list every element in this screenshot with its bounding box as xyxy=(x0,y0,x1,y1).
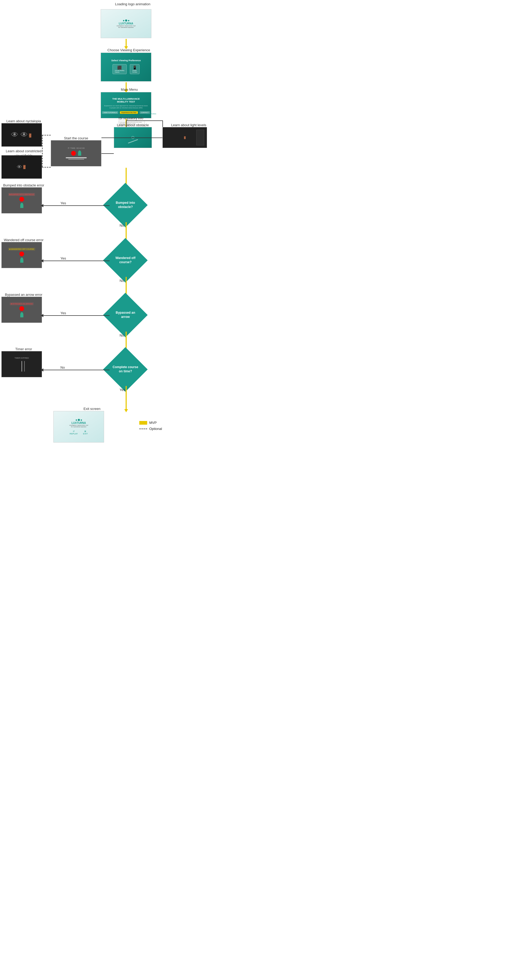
bypassed-yes-arrow xyxy=(43,315,110,316)
legend-mvp-color xyxy=(139,421,147,425)
complete-no-arrow xyxy=(43,370,110,370)
bypassed-yes-label: Yes xyxy=(60,311,66,315)
constricted-screen: 👁 🚪 xyxy=(1,155,42,179)
isi-connector-v xyxy=(126,121,127,127)
legend-optional: Optional xyxy=(139,427,162,431)
legend-optional-label: Optional xyxy=(149,427,162,431)
wandered-diamond: Wandered off course? xyxy=(103,238,148,283)
bumped-diamond-label: Bumped into obstacle? xyxy=(111,201,140,209)
dashed-to-constricted xyxy=(42,167,51,167)
dashed-v-left xyxy=(42,135,43,167)
complete-diamond-label: Complete course on time? xyxy=(111,365,140,373)
lightlevels-label: Learn about light levels xyxy=(162,123,215,127)
wandered-yes-arrow xyxy=(43,261,110,261)
bumped-no-label: No xyxy=(119,223,124,228)
obstacle-label: Learn about obstacle xyxy=(114,123,152,127)
timer-error-screen: TIMER EXPIRED xyxy=(1,351,42,377)
choose-screen: Select Viewing Preference ⬛ Virtual Real… xyxy=(101,52,151,81)
legend-mvp-label: MVP xyxy=(149,421,157,425)
isi-label: ISI regulatory info xyxy=(119,116,143,120)
flowchart: Loading logo animation LUXTURNA voretige… xyxy=(0,0,508,980)
isi-connector-v2 xyxy=(162,121,163,127)
bumped-diamond: Bumped into obstacle? xyxy=(103,183,148,228)
wandered-diamond-label: Wandered off course? xyxy=(111,256,140,264)
bypassed-error-label: Bypassed an arrow error xyxy=(1,293,46,297)
isi-connector-h xyxy=(126,121,162,121)
choose-label: Choose Viewing Experience xyxy=(97,48,160,52)
bypassed-error-screen: ■ BYPASSED AN ARROW xyxy=(1,297,42,323)
complete-diamond: Complete course on time? xyxy=(103,347,148,392)
wandered-no-label: No xyxy=(119,279,124,283)
wandered-error-screen: ■ WANDERED OFF COURSE xyxy=(1,242,42,268)
bumped-yes-arrow xyxy=(43,205,110,206)
arrow-loading-to-choose xyxy=(125,39,127,47)
dashed-to-nyctalopia xyxy=(42,135,51,135)
lightlevels-screen: 🚪 xyxy=(162,127,207,148)
loading-screen: LUXTURNA voretigene neparvovec-rzylfor s… xyxy=(101,9,151,38)
main-logo-small: ●●LUXTURNA xyxy=(146,113,156,115)
exit-label: Exit screen xyxy=(72,407,112,411)
startcourse-screen: ⏱ TIME: 00:42:00 xyxy=(51,140,102,167)
mainmenu-screen: THE MULTI-LUMINANCEMOBILITY TEST Experie… xyxy=(101,92,151,118)
nyctalopia-screen: 👁 👁 🚪 xyxy=(1,123,42,147)
legend-optional-color xyxy=(139,429,147,429)
bumped-yes-label: Yes xyxy=(60,201,66,205)
legend-mvp: MVP xyxy=(139,421,162,425)
nyctalopia-label: Learn about nyctalopia xyxy=(1,119,46,123)
arrow-to-light xyxy=(102,137,162,138)
bypassed-diamond: Bypassed an arrow xyxy=(103,293,148,337)
arrow-to-obstacle xyxy=(102,153,114,154)
startcourse-label: Start the course xyxy=(51,136,102,140)
legend: MVP Optional xyxy=(139,421,162,431)
loading-label: Loading logo animation xyxy=(104,2,162,6)
exit-screen: LUXTURNA voretigene neparvovec-rzylfor s… xyxy=(53,411,104,442)
bypassed-no-label: No xyxy=(119,333,124,337)
wandered-yes-label: Yes xyxy=(60,256,66,260)
timer-error-label: Timer error xyxy=(1,347,46,351)
bypassed-diamond-label: Bypassed an arrow xyxy=(111,311,140,319)
bumped-error-screen: ■ BUMPED INTO OBSTACLE xyxy=(1,187,42,213)
complete-yes-label: Yes xyxy=(119,388,125,392)
bumped-error-label: Bumped into obstacle error xyxy=(1,183,46,187)
complete-no-label: No xyxy=(60,366,65,369)
mainmenu-label: Main Menu xyxy=(114,88,145,92)
wandered-error-label: Wandered off course error xyxy=(1,238,46,242)
arrow-complete-to-exit xyxy=(125,386,127,410)
